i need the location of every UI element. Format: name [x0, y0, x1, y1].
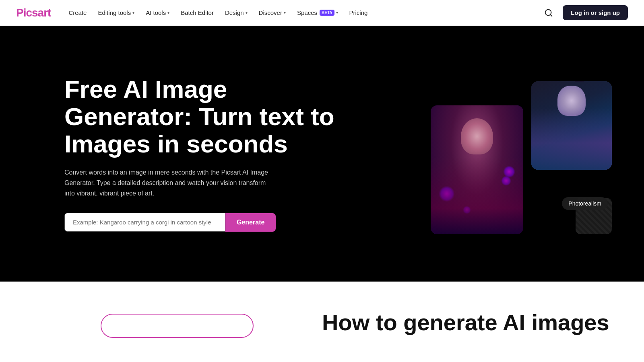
orb-decoration	[503, 166, 515, 178]
beta-badge: BETA	[320, 10, 334, 16]
search-button[interactable]	[541, 5, 556, 21]
hero-title: Free AI Image Generator: Turn text to Im…	[64, 76, 338, 158]
robot-figure	[531, 81, 612, 170]
navbar: Picsart Create Editing tools ▾ AI tools …	[0, 0, 644, 26]
nav-item-discover[interactable]: Discover ▾	[254, 6, 291, 19]
hero-section: Free AI Image Generator: Turn text to Im…	[0, 26, 644, 282]
woman-image-card	[431, 105, 523, 234]
lower-section: How to generate AI images	[0, 282, 644, 362]
lower-left	[32, 306, 322, 338]
chevron-down-icon: ▾	[336, 10, 338, 15]
lower-right: How to generate AI images	[322, 306, 612, 335]
login-button[interactable]: Log in or sign up	[563, 5, 628, 20]
nav-item-design[interactable]: Design ▾	[220, 6, 252, 19]
generate-button[interactable]: Generate	[225, 213, 276, 232]
hero-subtitle: Convert words into an image in mere seco…	[64, 167, 274, 198]
lower-title: How to generate AI images	[322, 310, 612, 335]
orb-decoration	[463, 206, 471, 214]
hero-visuals: ai Photorealism	[431, 73, 612, 234]
nav-label-create: Create	[68, 9, 87, 16]
woman-figure	[431, 105, 523, 234]
robot-image-card	[531, 81, 612, 170]
nav-left: Picsart Create Editing tools ▾ AI tools …	[16, 6, 372, 19]
nav-label-discover: Discover	[259, 9, 282, 16]
input-outline-decoration	[101, 314, 254, 338]
nav-label-editing-tools: Editing tools	[98, 9, 131, 16]
nav-right: Log in or sign up	[541, 5, 628, 21]
chevron-down-icon: ▾	[167, 10, 169, 15]
svg-line-1	[551, 14, 552, 16]
orb-decoration	[501, 176, 511, 186]
nav-item-pricing[interactable]: Pricing	[345, 6, 373, 19]
hero-input-row: Generate	[64, 213, 338, 232]
chevron-down-icon: ▾	[246, 10, 248, 15]
hero-content: Free AI Image Generator: Turn text to Im…	[64, 76, 338, 232]
nav-item-editing-tools[interactable]: Editing tools ▾	[93, 6, 139, 19]
nav-item-batch-editor[interactable]: Batch Editor	[176, 6, 219, 19]
nav-item-ai-tools[interactable]: AI tools ▾	[141, 6, 174, 19]
nav-label-spaces: Spaces	[297, 9, 317, 16]
nav-item-spaces[interactable]: Spaces BETA ▾	[292, 6, 343, 19]
chevron-down-icon: ▾	[284, 10, 286, 15]
nav-label-batch-editor: Batch Editor	[181, 9, 214, 16]
nav-item-create[interactable]: Create	[64, 6, 91, 19]
photorealism-badge: Photorealism	[562, 197, 608, 210]
search-icon	[544, 8, 553, 17]
nav-label-design: Design	[225, 9, 244, 16]
logo[interactable]: Picsart	[16, 6, 51, 19]
nav-label-pricing: Pricing	[349, 9, 368, 16]
orb-decoration	[439, 186, 455, 202]
nav-label-ai-tools: AI tools	[146, 9, 166, 16]
chevron-down-icon: ▾	[132, 10, 134, 15]
nav-links: Create Editing tools ▾ AI tools ▾ Batch …	[64, 6, 372, 19]
prompt-input[interactable]	[64, 213, 225, 232]
